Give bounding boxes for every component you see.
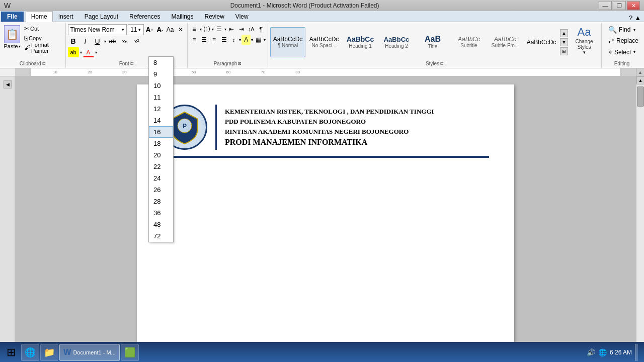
style-normal[interactable]: AaBbCcDc ¶ Normal bbox=[270, 27, 305, 57]
tab-file[interactable]: File bbox=[1, 12, 24, 22]
font-size-dropdown-arrow[interactable]: ▾ bbox=[138, 27, 141, 32]
font-name-input[interactable]: Times New Rom ▾ bbox=[68, 24, 127, 35]
highlight-dropdown[interactable]: ▾ bbox=[80, 50, 82, 55]
line-spacing-button[interactable]: ↕ bbox=[229, 35, 238, 45]
style-title[interactable]: AaB Title bbox=[415, 27, 450, 57]
vertical-scroll-up[interactable]: ◀ bbox=[4, 80, 12, 88]
font-size-option-28[interactable]: 28 bbox=[149, 196, 173, 207]
sort-button[interactable]: ↕A bbox=[247, 24, 256, 34]
align-left-button[interactable]: ≡ bbox=[190, 35, 199, 45]
minimize-button[interactable]: — bbox=[599, 1, 612, 10]
tab-review[interactable]: Review bbox=[199, 11, 229, 22]
font-size-option-10[interactable]: 10 bbox=[149, 80, 173, 92]
strikethrough-button[interactable]: ab bbox=[107, 36, 118, 46]
scroll-thumb[interactable] bbox=[637, 86, 644, 107]
bold-button[interactable]: B bbox=[68, 36, 79, 46]
font-expand-icon[interactable]: ⊡ bbox=[130, 61, 134, 66]
tab-page-layout[interactable]: Page Layout bbox=[79, 11, 124, 22]
format-painter-button[interactable]: 🖌 Format Painter bbox=[22, 43, 62, 52]
find-dropdown[interactable]: ▾ bbox=[633, 28, 635, 32]
replace-button[interactable]: ⇄ Replace bbox=[606, 35, 638, 46]
start-button[interactable]: ⊞ bbox=[2, 344, 20, 361]
tab-home[interactable]: Home bbox=[26, 11, 53, 22]
show-desktop-button[interactable] bbox=[635, 344, 638, 361]
font-color-button[interactable]: A bbox=[83, 47, 94, 57]
bullets-dropdown[interactable]: ▾ bbox=[200, 27, 202, 32]
clipboard-expand-icon[interactable]: ⊡ bbox=[42, 61, 46, 66]
shading-dropdown[interactable]: ▾ bbox=[251, 38, 253, 42]
style-subtitle[interactable]: AaBbCc Subtitle bbox=[451, 27, 487, 57]
tab-mailings[interactable]: Mailings bbox=[166, 11, 199, 22]
font-size-option-36[interactable]: 36 bbox=[149, 207, 173, 219]
numbering-button[interactable]: ⑴ bbox=[202, 24, 212, 34]
change-styles-button[interactable]: Aa Change Styles ▾ bbox=[569, 24, 599, 56]
ruler-vertical-toggle[interactable]: ▲ bbox=[636, 68, 644, 76]
clear-formatting-button[interactable]: ✕ bbox=[176, 25, 185, 35]
tab-references[interactable]: References bbox=[124, 11, 166, 22]
font-size-option-26[interactable]: 26 bbox=[149, 184, 173, 196]
font-size-option-48[interactable]: 48 bbox=[149, 219, 173, 230]
tab-insert[interactable]: Insert bbox=[53, 11, 79, 22]
borders-button[interactable]: ▦ bbox=[254, 35, 263, 45]
paragraph-expand-icon[interactable]: ⊡ bbox=[238, 61, 242, 66]
styles-scroll-down[interactable]: ▼ bbox=[560, 38, 568, 46]
change-case-button[interactable]: Aa bbox=[166, 25, 175, 35]
style-no-spacing[interactable]: AaBbCcDc No Spaci... bbox=[306, 27, 342, 57]
font-name-dropdown-arrow[interactable]: ▾ bbox=[122, 27, 124, 32]
font-size-option-8[interactable]: 8 bbox=[149, 57, 173, 68]
font-size-option-12[interactable]: 12 bbox=[149, 103, 173, 115]
font-size-option-14[interactable]: 14 bbox=[149, 115, 173, 126]
align-center-button[interactable]: ☰ bbox=[200, 35, 209, 45]
multilevel-dropdown[interactable]: ▾ bbox=[224, 27, 226, 32]
style-heading2[interactable]: AaBbCc Heading 2 bbox=[379, 27, 414, 57]
line-spacing-dropdown[interactable]: ▾ bbox=[239, 38, 241, 42]
styles-expand-icon[interactable]: ⊡ bbox=[440, 61, 444, 66]
numbering-dropdown[interactable]: ▾ bbox=[212, 27, 214, 32]
style-extra[interactable]: AaBbCcDc bbox=[524, 27, 559, 57]
scroll-track[interactable] bbox=[636, 84, 644, 342]
font-size-option-11[interactable]: 11 bbox=[149, 92, 173, 103]
restore-button[interactable]: ❐ bbox=[613, 1, 626, 10]
text-highlight-button[interactable]: ab bbox=[68, 47, 79, 57]
font-color-dropdown[interactable]: ▾ bbox=[95, 50, 97, 55]
document-cursor[interactable] bbox=[162, 159, 489, 259]
underline-button[interactable]: U bbox=[92, 36, 103, 46]
grow-font-button[interactable]: A+ bbox=[145, 25, 154, 35]
taskbar-word[interactable]: W Document1 - M... bbox=[59, 344, 120, 361]
bullets-button[interactable]: ≡ bbox=[190, 24, 199, 34]
tab-view[interactable]: View bbox=[230, 11, 254, 22]
align-right-button[interactable]: ≡ bbox=[209, 35, 219, 45]
scroll-up-button[interactable]: ▲ bbox=[636, 76, 644, 84]
font-size-option-20[interactable]: 20 bbox=[149, 149, 173, 161]
taskbar-ie[interactable]: 🌐 bbox=[21, 344, 39, 361]
shrink-font-button[interactable]: A- bbox=[155, 25, 165, 35]
increase-indent-button[interactable]: ⇥ bbox=[236, 24, 246, 34]
subscript-button[interactable]: x₂ bbox=[119, 36, 130, 46]
select-button[interactable]: ⌖ Select ▾ bbox=[606, 46, 638, 58]
font-size-input[interactable]: 11 ▾ bbox=[128, 24, 144, 35]
ribbon-minimize-icon[interactable]: ▲ bbox=[634, 14, 641, 22]
italic-button[interactable]: I bbox=[80, 36, 91, 46]
styles-scroll-up[interactable]: ▲ bbox=[560, 29, 568, 37]
font-size-option-9[interactable]: 9 bbox=[149, 68, 173, 80]
justify-button[interactable]: ☰ bbox=[219, 35, 229, 45]
underline-dropdown[interactable]: ▾ bbox=[104, 39, 106, 44]
font-size-option-18[interactable]: 18 bbox=[149, 138, 173, 149]
style-subtle-emphasis[interactable]: AaBbCc Subtle Em... bbox=[488, 27, 523, 57]
find-button[interactable]: 🔍 Find ▾ bbox=[606, 24, 638, 35]
style-heading1[interactable]: AaBbCc Heading 1 bbox=[343, 27, 378, 57]
decrease-indent-button[interactable]: ⇤ bbox=[227, 24, 236, 34]
borders-dropdown[interactable]: ▾ bbox=[264, 38, 266, 42]
ribbon-help-icon[interactable]: ? bbox=[629, 14, 632, 22]
document-area[interactable]: P KEMENTERIAN RISTEK, TEKNOLOGI , DAN PE… bbox=[15, 76, 636, 350]
superscript-button[interactable]: x² bbox=[131, 36, 142, 46]
font-size-option-24[interactable]: 24 bbox=[149, 172, 173, 184]
show-formatting-button[interactable]: ¶ bbox=[256, 24, 266, 34]
taskbar-app2[interactable]: 🟩 bbox=[121, 344, 139, 361]
system-tray-icon1[interactable]: 🔊 bbox=[587, 348, 595, 356]
taskbar-explorer[interactable]: 📁 bbox=[40, 344, 58, 361]
system-tray-icon2[interactable]: 🌐 bbox=[598, 348, 607, 356]
multilevel-list-button[interactable]: ☰ bbox=[214, 24, 224, 34]
font-size-option-22[interactable]: 22 bbox=[149, 161, 173, 172]
select-dropdown[interactable]: ▾ bbox=[633, 50, 635, 54]
